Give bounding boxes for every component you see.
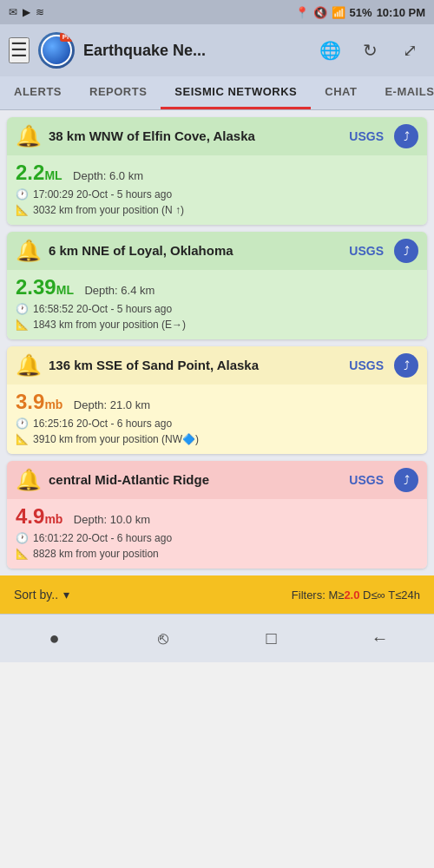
eq-card-header-3: 🔔 136 km SSE of Sand Point, Alaska USGS … xyxy=(7,346,427,385)
status-right-info: 📍 🔇 📶 51% 10:10 PM xyxy=(295,6,425,19)
eq-location-4: central Mid-Atlantic Ridge xyxy=(49,471,342,489)
earthquake-card-1[interactable]: 🔔 38 km WNW of Elfin Cove, Alaska USGS ⤴… xyxy=(7,117,427,225)
eq-card-header-1: 🔔 38 km WNW of Elfin Cove, Alaska USGS ⤴ xyxy=(7,117,427,155)
overview-nav-button[interactable]: □ xyxy=(253,620,291,658)
clock-icon-2: 🕐 xyxy=(16,303,29,315)
eq-depth-2: Depth: 6.4 km xyxy=(84,284,155,297)
eq-location-3: 136 km SSE of Sand Point, Alaska xyxy=(49,357,342,374)
eq-time-text-3: 16:25:16 20-Oct - 6 hours ago xyxy=(33,418,172,430)
eq-location-2: 6 km NNE of Loyal, Oklahoma xyxy=(49,242,342,260)
eq-distance-2: 📐 1843 km from your position (E→) xyxy=(16,319,418,331)
menu-button[interactable]: ☰ xyxy=(9,37,30,63)
eq-source-3: USGS xyxy=(349,358,384,372)
back-icon: ← xyxy=(372,628,389,648)
globe-icon: 🌐 xyxy=(319,40,341,61)
eq-depth-1: Depth: 6.0 km xyxy=(73,169,143,182)
tab-emails[interactable]: E-MAILS xyxy=(371,76,434,109)
eq-card-body-4: 4.9mb Depth: 10.0 km 🕐 16:01:22 20-Oct -… xyxy=(7,499,427,569)
eq-time-text-4: 16:01:22 20-Oct - 6 hours ago xyxy=(33,532,172,544)
play-icon: ▶ xyxy=(23,6,30,18)
earthquake-icon-2: 🔔 xyxy=(16,239,42,263)
expand-icon: ⤢ xyxy=(403,40,418,61)
tab-alerts[interactable]: ALERTS xyxy=(0,76,76,109)
tab-reports[interactable]: REPORTS xyxy=(76,76,161,109)
eq-magnitude-1: 2.2 xyxy=(16,161,44,184)
eq-distance-1: 📐 3032 km from your position (N ↑) xyxy=(16,204,418,216)
globe-button[interactable]: 🌐 xyxy=(314,35,345,66)
earthquake-list: 🔔 38 km WNW of Elfin Cove, Alaska USGS ⤴… xyxy=(0,110,434,575)
hamburger-icon: ☰ xyxy=(10,39,28,61)
tab-bar: ALERTS REPORTS SEISMIC NETWORKS CHAT E-M… xyxy=(0,76,434,110)
sort-by-button[interactable]: Sort by.. ▾ xyxy=(14,588,69,602)
eq-distance-4: 📐 8828 km from your position xyxy=(16,548,418,560)
eq-distance-text-2: 1843 km from your position (E→) xyxy=(33,319,186,331)
eq-distance-3: 📐 3910 km from your position (NW🔷) xyxy=(16,433,418,445)
home-nav-button[interactable]: ● xyxy=(36,620,74,658)
recent-icon: ⎋ xyxy=(158,628,168,648)
clock-icon-3: 🕐 xyxy=(16,418,29,430)
sort-dropdown-icon: ▾ xyxy=(63,588,69,602)
refresh-icon: ↻ xyxy=(363,40,378,61)
eq-source-4: USGS xyxy=(349,473,384,487)
expand-button[interactable]: ⤢ xyxy=(394,35,425,66)
eq-share-2[interactable]: ⤴ xyxy=(394,239,418,263)
app-header: ☰ Pro Earthquake Ne... 🌐 ↻ ⤢ xyxy=(0,24,434,76)
system-nav-bar: ● ⎋ □ ← xyxy=(0,614,434,662)
recent-nav-button[interactable]: ⎋ xyxy=(144,620,182,658)
compass-icon-1: 📐 xyxy=(16,204,29,216)
filter-text: Filters: M≥2.0 D≤∞ T≤24h xyxy=(292,589,420,602)
earthquake-card-2[interactable]: 🔔 6 km NNE of Loyal, Oklahoma USGS ⤴ 2.3… xyxy=(7,232,427,339)
eq-share-3[interactable]: ⤴ xyxy=(394,353,418,378)
eq-depth-3: Depth: 21.0 km xyxy=(74,398,150,411)
tab-chat[interactable]: CHAT xyxy=(311,76,371,109)
pro-badge: Pro xyxy=(60,32,75,42)
eq-mag-type-3: mb xyxy=(44,398,62,411)
wifi-icon: 📶 xyxy=(332,6,345,19)
eq-time-2: 🕐 16:58:52 20-Oct - 5 hours ago xyxy=(16,303,418,315)
earthquake-card-4[interactable]: 🔔 central Mid-Atlantic Ridge USGS ⤴ 4.9m… xyxy=(7,461,427,569)
eq-magnitude-row-1: 2.2ML Depth: 6.0 km xyxy=(16,161,418,185)
eq-distance-text-4: 8828 km from your position xyxy=(33,548,159,560)
status-left-icons: ✉ ▶ ≋ xyxy=(9,6,44,18)
compass-icon-2: 📐 xyxy=(16,319,29,331)
eq-card-body-3: 3.9mb Depth: 21.0 km 🕐 16:25:16 20-Oct -… xyxy=(7,385,427,454)
eq-magnitude-row-4: 4.9mb Depth: 10.0 km xyxy=(16,504,418,529)
app-title: Earthquake Ne... xyxy=(83,42,306,60)
app-logo: Pro xyxy=(38,32,75,69)
eq-mag-type-4: mb xyxy=(44,512,62,526)
eq-card-body-2: 2.39ML Depth: 6.4 km 🕐 16:58:52 20-Oct -… xyxy=(7,270,427,339)
refresh-button[interactable]: ↻ xyxy=(354,35,385,66)
eq-magnitude-3: 3.9 xyxy=(16,390,44,413)
tab-seismic-networks[interactable]: SEISMIC NETWORKS xyxy=(161,76,311,109)
earthquake-icon-4: 🔔 xyxy=(16,468,42,492)
eq-magnitude-row-2: 2.39ML Depth: 6.4 km xyxy=(16,275,418,299)
eq-card-body-1: 2.2ML Depth: 6.0 km 🕐 17:00:29 20-Oct - … xyxy=(7,155,427,225)
status-bar: ✉ ▶ ≋ 📍 🔇 📶 51% 10:10 PM xyxy=(0,0,434,24)
eq-time-4: 🕐 16:01:22 20-Oct - 6 hours ago xyxy=(16,532,418,544)
bottom-filter-bar: Sort by.. ▾ Filters: M≥2.0 D≤∞ T≤24h xyxy=(0,575,434,614)
eq-share-4[interactable]: ⤴ xyxy=(394,468,418,492)
eq-distance-text-1: 3032 km from your position (N ↑) xyxy=(33,204,184,216)
filter-prefix: Filters: M≥ xyxy=(292,589,345,602)
eq-time-1: 🕐 17:00:29 20-Oct - 5 hours ago xyxy=(16,188,418,201)
compass-icon-3: 📐 xyxy=(16,433,29,445)
eq-time-3: 🕐 16:25:16 20-Oct - 6 hours ago xyxy=(16,418,418,430)
location-icon: 📍 xyxy=(295,6,309,19)
eq-distance-text-3: 3910 km from your position (NW🔷) xyxy=(33,433,199,445)
earthquake-card-3[interactable]: 🔔 136 km SSE of Sand Point, Alaska USGS … xyxy=(7,346,427,454)
header-actions: 🌐 ↻ ⤢ xyxy=(314,35,425,66)
eq-magnitude-row-3: 3.9mb Depth: 21.0 km xyxy=(16,390,418,414)
eq-time-text-2: 16:58:52 20-Oct - 5 hours ago xyxy=(33,303,172,315)
earthquake-icon-3: 🔔 xyxy=(16,353,42,378)
eq-source-1: USGS xyxy=(349,129,384,143)
back-nav-button[interactable]: ← xyxy=(361,620,399,658)
eq-depth-4: Depth: 10.0 km xyxy=(74,513,150,526)
eq-share-1[interactable]: ⤴ xyxy=(394,124,418,148)
eq-mag-type-2: ML xyxy=(56,283,74,297)
clock-icon-4: 🕐 xyxy=(16,532,29,544)
overview-icon: □ xyxy=(266,628,276,648)
sort-by-label: Sort by.. xyxy=(14,588,58,602)
eq-card-header-2: 🔔 6 km NNE of Loyal, Oklahoma USGS ⤴ xyxy=(7,232,427,270)
eq-source-2: USGS xyxy=(349,244,384,258)
battery-level: 51% xyxy=(350,6,372,19)
